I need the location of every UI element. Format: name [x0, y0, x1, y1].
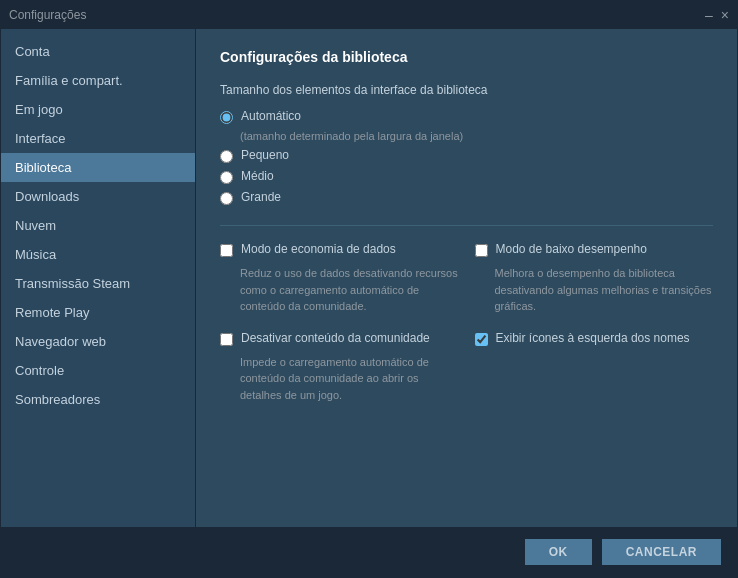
sidebar-item-musica[interactable]: Música [1, 240, 195, 269]
option-description-economia-dados: Reduz o uso de dados desativando recurso… [240, 265, 459, 315]
sidebar-item-remote-play[interactable]: Remote Play [1, 298, 195, 327]
settings-window: Configurações – × ContaFamília e compart… [0, 0, 738, 578]
option-box-desativar-comunidade: Desativar conteúdo da comunidadeImpede o… [220, 331, 459, 404]
checkbox-row-baixo-desempenho: Modo de baixo desempenho [475, 242, 714, 257]
checkbox-label-exibir-icones: Exibir ícones à esquerda dos nomes [496, 331, 690, 345]
checkbox-label-baixo-desempenho: Modo de baixo desempenho [496, 242, 647, 256]
option-box-economia-dados: Modo de economia de dadosReduz o uso de … [220, 242, 459, 315]
sidebar-item-controle[interactable]: Controle [1, 356, 195, 385]
content-area: Configurações da biblioteca Tamanho dos … [196, 29, 737, 527]
radio-option-pequeno: Pequeno [220, 148, 713, 163]
option-box-baixo-desempenho: Modo de baixo desempenhoMelhora o desemp… [475, 242, 714, 315]
sidebar-item-downloads[interactable]: Downloads [1, 182, 195, 211]
option-description-desativar-comunidade: Impede o carregamento automático de cont… [240, 354, 459, 404]
radio-pequeno[interactable] [220, 150, 233, 163]
sidebar-item-biblioteca[interactable]: Biblioteca [1, 153, 195, 182]
sidebar-item-familia[interactable]: Família e compart. [1, 66, 195, 95]
radio-automatico[interactable] [220, 111, 233, 124]
checkbox-economia-dados[interactable] [220, 244, 233, 257]
checkbox-label-desativar-comunidade: Desativar conteúdo da comunidade [241, 331, 430, 345]
radio-sublabel-automatico: (tamanho determinado pela largura da jan… [240, 130, 713, 142]
radio-label-pequeno: Pequeno [241, 148, 289, 162]
titlebar: Configurações – × [1, 1, 737, 29]
divider [220, 225, 713, 226]
radio-label-automatico: Automático [241, 109, 301, 123]
radio-label-grande: Grande [241, 190, 281, 204]
sidebar-item-em-jogo[interactable]: Em jogo [1, 95, 195, 124]
sidebar-item-sombreadores[interactable]: Sombreadores [1, 385, 195, 414]
size-radio-group: Automático(tamanho determinado pela larg… [220, 109, 713, 205]
radio-label-medio: Médio [241, 169, 274, 183]
radio-option-automatico: Automático [220, 109, 713, 124]
radio-option-grande: Grande [220, 190, 713, 205]
main-content: ContaFamília e compart.Em jogoInterfaceB… [1, 29, 737, 527]
sidebar-item-conta[interactable]: Conta [1, 37, 195, 66]
cancel-button[interactable]: CANCELAR [602, 539, 721, 565]
option-box-exibir-icones: Exibir ícones à esquerda dos nomes [475, 331, 714, 404]
checkbox-row-desativar-comunidade: Desativar conteúdo da comunidade [220, 331, 459, 346]
checkbox-row-economia-dados: Modo de economia de dados [220, 242, 459, 257]
options-grid: Modo de economia de dadosReduz o uso de … [220, 242, 713, 403]
window-title: Configurações [9, 8, 86, 22]
size-section-label: Tamanho dos elementos da interface da bi… [220, 83, 713, 97]
radio-grande[interactable] [220, 192, 233, 205]
option-description-baixo-desempenho: Melhora o desempenho da biblioteca desat… [495, 265, 714, 315]
radio-medio[interactable] [220, 171, 233, 184]
ok-button[interactable]: OK [525, 539, 592, 565]
minimize-button[interactable]: – [705, 8, 713, 22]
sidebar-item-navegador[interactable]: Navegador web [1, 327, 195, 356]
sidebar-item-transmissao[interactable]: Transmissão Steam [1, 269, 195, 298]
sidebar: ContaFamília e compart.Em jogoInterfaceB… [1, 29, 196, 527]
sidebar-item-nuvem[interactable]: Nuvem [1, 211, 195, 240]
window-controls: – × [705, 8, 729, 22]
page-title: Configurações da biblioteca [220, 49, 713, 65]
checkbox-exibir-icones[interactable] [475, 333, 488, 346]
checkbox-baixo-desempenho[interactable] [475, 244, 488, 257]
checkbox-desativar-comunidade[interactable] [220, 333, 233, 346]
checkbox-label-economia-dados: Modo de economia de dados [241, 242, 396, 256]
radio-option-medio: Médio [220, 169, 713, 184]
footer: OK CANCELAR [1, 527, 737, 577]
checkbox-row-exibir-icones: Exibir ícones à esquerda dos nomes [475, 331, 714, 346]
sidebar-item-interface[interactable]: Interface [1, 124, 195, 153]
close-button[interactable]: × [721, 8, 729, 22]
